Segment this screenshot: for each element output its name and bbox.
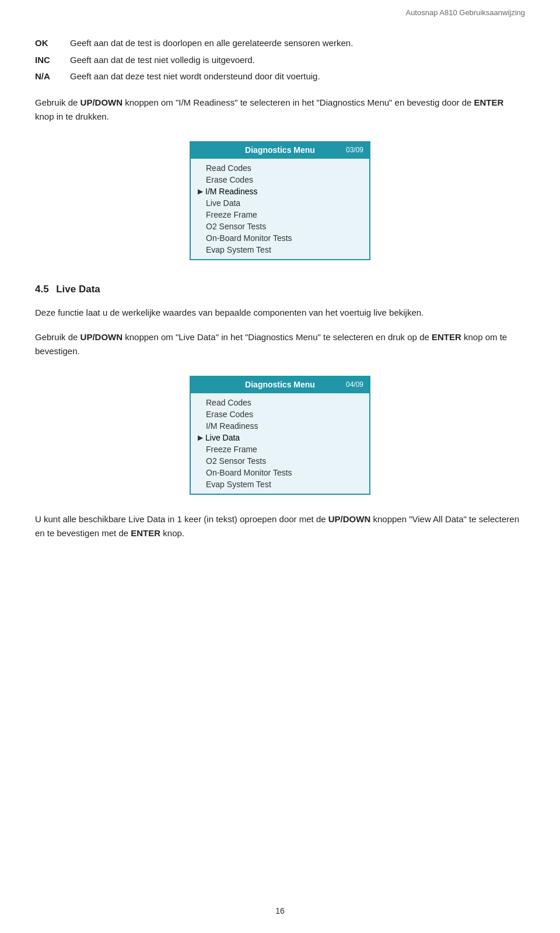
- instruction1-after: knop in te drukken.: [35, 111, 109, 121]
- menu1-items: Read CodesErase Codes▶I/M ReadinessLive …: [191, 159, 369, 259]
- menu-item: ▶Live Data: [198, 432, 362, 443]
- menu-item-label: I/M Readiness: [205, 187, 257, 196]
- diagnostics-menu-1: Diagnostics Menu 03/09 Read CodesErase C…: [190, 141, 370, 260]
- menu2-container: Diagnostics Menu 04/09 Read CodesErase C…: [35, 376, 525, 495]
- menu-item: O2 Sensor Tests: [198, 221, 362, 232]
- menu1-header: Diagnostics Menu 03/09: [191, 142, 369, 158]
- para2-after: knop.: [160, 528, 184, 538]
- para2-before: U kunt alle beschikbare Live Data in 1 k…: [35, 514, 328, 524]
- instruction2-middle: knoppen om "Live Data" in het "Diagnosti…: [123, 332, 432, 342]
- definition-description: Geeft aan dat deze test niet wordt onder…: [70, 68, 525, 85]
- page-number: 16: [275, 906, 285, 915]
- menu2-page: 04/09: [346, 380, 363, 389]
- menu1-page: 03/09: [346, 146, 363, 154]
- para2-bold2: ENTER: [131, 528, 160, 538]
- menu-arrow-icon: ▶: [198, 187, 203, 195]
- definition-row: OKGeeft aan dat de test is doorlopen en …: [35, 35, 525, 52]
- instruction-2: Gebruik de UP/DOWN knoppen om "Live Data…: [35, 330, 525, 358]
- menu1-title: Diagnostics Menu: [245, 145, 315, 155]
- para2-bold1: UP/DOWN: [328, 514, 371, 524]
- instruction1-before: Gebruik de: [35, 97, 80, 107]
- instruction-1: Gebruik de UP/DOWN knoppen om "I/M Readi…: [35, 96, 525, 124]
- header-title: Autosnap A810 Gebruiksaanwijzing: [405, 8, 525, 17]
- section-45-heading: 4.5 Live Data: [35, 284, 525, 295]
- menu-item-label: Live Data: [205, 433, 240, 442]
- menu2-items: Read CodesErase CodesI/M Readiness▶Live …: [191, 393, 369, 494]
- instruction2-bold2: ENTER: [432, 332, 461, 342]
- definition-row: INCGeeft aan dat de test niet volledig i…: [35, 52, 525, 69]
- section-number: 4.5: [35, 284, 49, 295]
- definitions-table: OKGeeft aan dat de test is doorlopen en …: [35, 35, 525, 85]
- para1: Deze functie laat u de werkelijke waarde…: [35, 306, 525, 320]
- definition-term: OK: [35, 35, 70, 52]
- menu-item: I/M Readiness: [198, 420, 362, 432]
- menu-item: On-Board Monitor Tests: [198, 232, 362, 244]
- definition-term: N/A: [35, 68, 70, 85]
- menu-item: O2 Sensor Tests: [198, 455, 362, 467]
- menu-item: Erase Codes: [198, 408, 362, 420]
- menu-item: Read Codes: [198, 397, 362, 408]
- menu-item: Live Data: [198, 197, 362, 209]
- instruction1-bold2: ENTER: [474, 97, 504, 107]
- menu-item: Evap System Test: [198, 244, 362, 256]
- menu-item: Freeze Frame: [198, 209, 362, 221]
- menu-item: Evap System Test: [198, 478, 362, 490]
- definition-term: INC: [35, 52, 70, 69]
- menu2-title: Diagnostics Menu: [245, 380, 315, 389]
- page-footer: 16: [0, 906, 560, 915]
- menu-item: Freeze Frame: [198, 443, 362, 455]
- para2: U kunt alle beschikbare Live Data in 1 k…: [35, 512, 525, 540]
- definition-row: N/AGeeft aan dat deze test niet wordt on…: [35, 68, 525, 85]
- definition-description: Geeft aan dat de test niet volledig is u…: [70, 52, 525, 69]
- menu2-header: Diagnostics Menu 04/09: [191, 377, 369, 392]
- menu1-container: Diagnostics Menu 03/09 Read CodesErase C…: [35, 141, 525, 260]
- definition-description: Geeft aan dat de test is doorlopen en al…: [70, 35, 525, 52]
- menu-item: ▶I/M Readiness: [198, 186, 362, 197]
- instruction2-before: Gebruik de: [35, 332, 80, 342]
- instruction2-bold1: UP/DOWN: [80, 332, 123, 342]
- diagnostics-menu-2: Diagnostics Menu 04/09 Read CodesErase C…: [190, 376, 370, 495]
- instruction1-bold1: UP/DOWN: [80, 97, 123, 107]
- menu-item: Read Codes: [198, 162, 362, 174]
- instruction1-middle: knoppen om "I/M Readiness" te selecteren…: [123, 97, 474, 107]
- menu-item: On-Board Monitor Tests: [198, 467, 362, 478]
- section-heading-text: Live Data: [56, 284, 100, 295]
- page-container: Autosnap A810 Gebruiksaanwijzing OKGeeft…: [0, 0, 560, 933]
- menu-arrow-icon: ▶: [198, 434, 203, 442]
- menu-item: Erase Codes: [198, 174, 362, 186]
